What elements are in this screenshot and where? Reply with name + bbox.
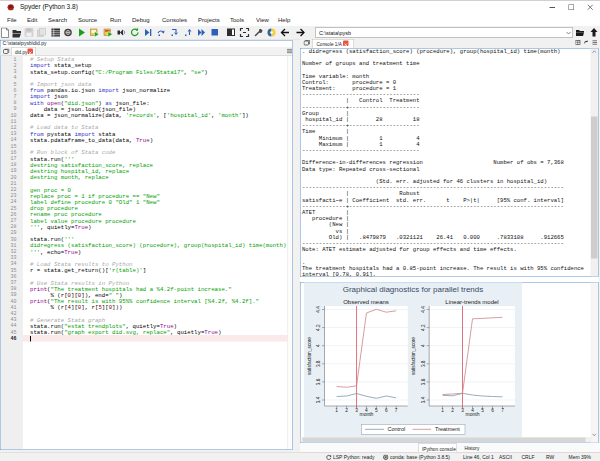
svg-text:7: 7 [395,408,398,413]
svg-text:2: 2 [451,408,454,413]
svg-text:6: 6 [491,408,494,413]
svg-text:3.6: 3.6 [316,378,321,385]
svg-text:Treatment: Treatment [435,426,460,432]
svg-text:satisfaction_score: satisfaction_score [307,337,312,375]
svg-text:1: 1 [335,408,338,413]
svg-text:4: 4 [421,344,426,347]
svg-text:5: 5 [481,408,484,413]
svg-text:3: 3 [355,408,358,413]
svg-text:4.2: 4.2 [316,324,321,331]
svg-text:Control: Control [388,426,406,432]
svg-text:3.8: 3.8 [421,360,426,367]
svg-text:3.4: 3.4 [421,396,426,403]
svg-text:4.2: 4.2 [421,324,426,331]
svg-text:6: 6 [385,408,388,413]
svg-text:3.8: 3.8 [316,360,321,367]
svg-text:Graphical diagnostics for para: Graphical diagnostics for parallel trend… [343,285,484,294]
svg-text:3.6: 3.6 [421,378,426,385]
svg-text:satisfaction_score: satisfaction_score [411,337,416,375]
svg-text:month: month [466,411,480,417]
svg-text:4: 4 [316,344,321,347]
svg-text:2: 2 [345,408,348,413]
svg-text:7: 7 [501,408,504,413]
svg-text:1: 1 [441,408,444,413]
svg-text:Observed means: Observed means [343,299,389,305]
svg-text:3.4: 3.4 [316,396,321,403]
svg-text:5: 5 [375,408,378,413]
svg-text:4.4: 4.4 [316,306,321,313]
svg-text:4.4: 4.4 [421,306,426,313]
svg-text:3: 3 [461,408,464,413]
svg-text:Linear-trends model: Linear-trends model [445,299,498,305]
svg-text:month: month [359,411,373,417]
